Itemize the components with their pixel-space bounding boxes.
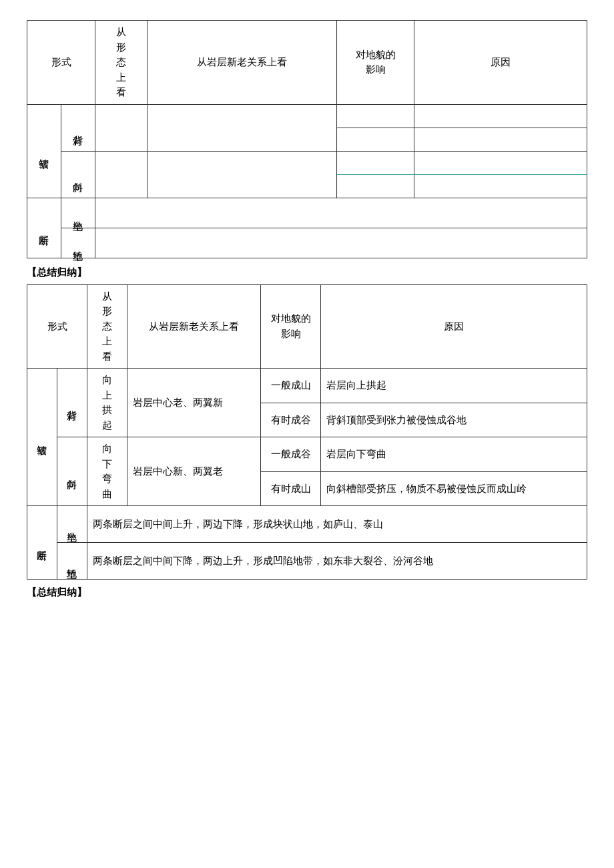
t2-beixin-terrain1: 一般成山	[261, 369, 321, 403]
t2-header-reason: 原因	[321, 284, 587, 369]
t2-beixin-reason1: 岩层向上拱起	[321, 369, 587, 403]
t1-beixin-terrain2	[337, 128, 414, 151]
t2-beixin-reason2: 背斜顶部受到张力被侵蚀成谷地	[321, 403, 587, 437]
t1-sub-dilei: 地垒	[61, 198, 95, 228]
t2-xiangxie-terrain2: 有时成山	[261, 471, 321, 506]
t2-group-duanceng: 断层	[27, 506, 57, 580]
t1-xiangxie-shape	[95, 151, 147, 198]
t1-xiangxie-terrain2	[337, 174, 414, 198]
t1-beixin-terrain1	[337, 104, 414, 128]
t1-beixin-shape	[95, 104, 147, 151]
t1-sub-beixin1: 背斜	[61, 104, 95, 151]
t2-sub-dilei: 地垒	[57, 506, 87, 543]
t1-xiangxie-rock	[147, 151, 336, 198]
t2-beixin-rock: 岩层中心老、两翼新	[127, 369, 261, 437]
t1-xiangxie-reason2	[414, 174, 587, 198]
t2-sub-dijian: 地堑	[57, 543, 87, 580]
t2-sub-beixin: 背斜	[57, 369, 87, 437]
t2-xiangxie-rock: 岩层中心新、两翼老	[127, 437, 261, 506]
t2-sub-xiangxie: 向斜	[57, 437, 87, 506]
t1-beixin-reason2	[414, 128, 587, 151]
t1-beixin-rock	[147, 104, 336, 151]
t2-xiangxie-reason2: 向斜槽部受挤压，物质不易被侵蚀反而成山岭	[321, 471, 587, 506]
t1-xiangxie-reason1	[414, 151, 587, 174]
t1-dijian-content	[95, 228, 587, 258]
t1-dilei-content	[95, 198, 587, 228]
t2-header-shape: 从形态上看	[87, 284, 127, 369]
t2-header-rock: 从岩层新老关系上看	[127, 284, 261, 369]
t1-header-form: 形式	[27, 21, 95, 105]
t1-header-reason: 原因	[414, 21, 587, 105]
table1: 形式 从形态上看 从岩层新老关系上看 对地貌的影响 原因 褶皱 背斜 向斜 断层…	[27, 20, 587, 258]
t2-dilei-content: 两条断层之间中间上升，两边下降，形成块状山地，如庐山、泰山	[87, 506, 587, 543]
summary2-label: 【总结归纳】	[27, 586, 587, 599]
t2-dijian-content: 两条断层之间中间下降，两边上升，形成凹陷地带，如东非大裂谷、汾河谷地	[87, 543, 587, 580]
t2-xiangxie-shape: 向下弯曲	[87, 437, 127, 506]
t2-header-terrain: 对地貌的影响	[261, 284, 321, 369]
t2-header-form: 形式	[27, 284, 87, 369]
t2-xiangxie-reason1: 岩层向下弯曲	[321, 437, 587, 472]
t1-header-terrain: 对地貌的影响	[337, 21, 414, 105]
t1-group-duanceng: 断层	[27, 198, 61, 258]
t1-xiangxie-terrain1	[337, 151, 414, 174]
t1-sub-dijian: 地堑	[61, 228, 95, 258]
t1-header-rock: 从岩层新老关系上看	[147, 21, 336, 105]
t1-beixin-reason1	[414, 104, 587, 128]
t1-sub-xiangxie1: 向斜	[61, 151, 95, 198]
table2: 形式 从形态上看 从岩层新老关系上看 对地貌的影响 原因 褶皱 背斜 向上拱起 …	[27, 284, 587, 580]
t1-group-zhoupi: 褶皱	[27, 104, 61, 198]
t2-beixin-terrain2: 有时成谷	[261, 403, 321, 437]
t2-xiangxie-terrain1: 一般成谷	[261, 437, 321, 472]
summary1-label: 【总结归纳】	[27, 266, 587, 279]
t2-group-zhoupi: 褶皱	[27, 369, 57, 506]
t1-header-shape: 从形态上看	[95, 21, 147, 105]
t2-beixin-shape: 向上拱起	[87, 369, 127, 437]
